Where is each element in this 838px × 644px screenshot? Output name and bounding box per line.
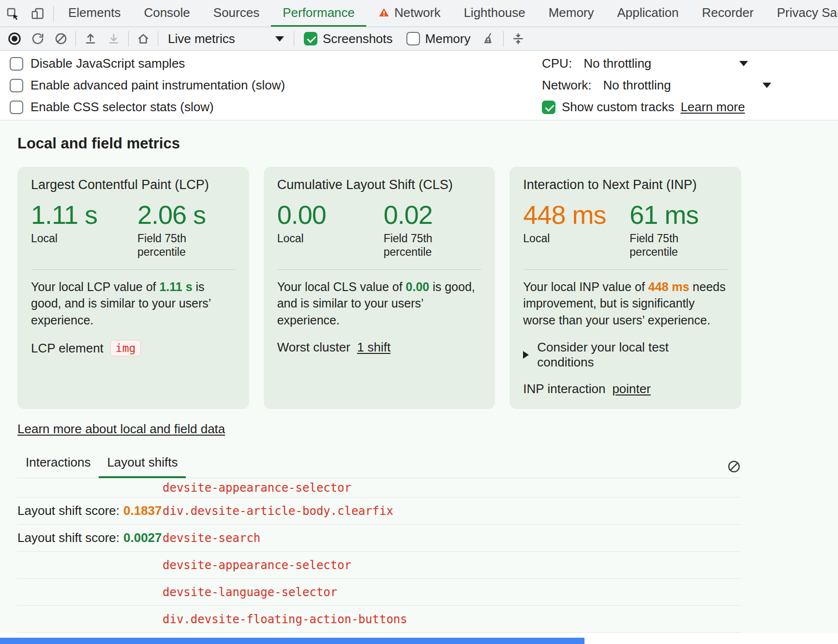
tab-sources[interactable]: Sources [202,0,271,27]
tab-console[interactable]: Console [132,0,201,27]
field-value: 2.06 s [137,201,210,229]
tab-elements[interactable]: Elements [57,0,132,27]
field-value-block: 61 ms Field 75th percentile [629,201,702,259]
triangle-right-icon [523,351,529,359]
record-and-reload-button[interactable] [26,29,49,49]
divider [31,269,236,270]
clear-button[interactable] [49,29,73,49]
desc-text: Your local INP value of [523,280,648,293]
learn-more-local-field-link[interactable]: Learn more about local and field data [17,422,225,437]
checkbox-checked-icon[interactable] [542,101,555,114]
node-link[interactable]: devsite-appearance-selector [163,481,351,495]
collect-garbage-button[interactable] [477,29,500,49]
tab-application[interactable]: Application [606,0,690,27]
chevron-down-icon [763,83,771,88]
layout-shift-row: div.devsite-floating-action-buttons [17,606,741,633]
desc-value: 1.11 s [159,280,192,293]
local-value-block: 1.11 s Local [31,201,137,259]
local-value: 448 ms [523,201,629,229]
setting-label: Enable advanced paint instrumentation (s… [30,78,285,93]
toggle-device-toolbar-button[interactable] [25,0,50,27]
checkbox-unchecked-icon[interactable] [10,101,23,114]
chevron-down-icon [275,36,284,42]
tab-recorder[interactable]: Recorder [690,0,765,27]
tab-network[interactable]: Network [366,0,452,27]
card-description: Your local LCP value of 1.11 s is good, … [31,278,236,329]
tab-privacy-sandbox[interactable]: Privacy Sand [765,0,838,27]
node-link[interactable]: devsite-language-selector [163,585,337,599]
tab-label: Elements [68,5,120,20]
log-tab-bar: Interactions Layout shifts [17,449,741,478]
settings-checkboxes: Disable JavaScript samples Enable advanc… [0,53,542,118]
inp-interaction-link[interactable]: pointer [612,381,651,396]
record-button[interactable] [3,29,26,49]
tab-interactions[interactable]: Interactions [17,449,99,478]
tab-layout-shifts[interactable]: Layout shifts [99,449,186,478]
tab-memory[interactable]: Memory [537,0,606,27]
load-profile-button[interactable] [79,29,102,49]
field-value: 0.02 [384,201,456,229]
collapse-icon [511,32,525,45]
checkbox-unchecked-icon[interactable] [10,79,23,92]
screenshots-checkbox[interactable]: Screenshots [297,31,400,46]
field-label: Field 75th percentile [384,232,456,259]
local-test-conditions-disclosure[interactable]: Consider your local test conditions [523,340,728,370]
worst-cluster-link[interactable]: 1 shift [357,340,390,355]
inspect-icon [5,6,20,21]
collapse-button[interactable] [507,29,530,49]
tab-label: Memory [549,5,594,20]
divider [277,269,482,270]
local-value: 1.11 s [31,201,137,229]
node-link[interactable]: div.devsite-article-body.clearfix [163,504,393,518]
learn-more-link[interactable]: Learn more [681,100,745,115]
score-value: 0.0027 [123,530,162,545]
settings-strip: Disable JavaScript samples Enable advanc… [0,51,838,120]
field-label: Field 75th percentile [629,232,702,259]
save-profile-button[interactable] [102,29,125,49]
checkbox-unchecked-icon[interactable] [406,32,420,45]
score-cell: Layout shift score: 0.1837 [17,503,163,518]
local-value-block: 448 ms Local [523,201,629,259]
node-link[interactable]: devsite-search [163,531,260,545]
throttling-settings: CPU: No throttling Network: No throttlin… [542,53,838,118]
node-link[interactable]: div.devsite-floating-action-buttons [163,613,407,626]
divider [158,31,158,46]
history-dropdown[interactable]: Live metrics [161,31,291,46]
back-to-live-metrics-button[interactable] [132,29,155,49]
inspect-element-button[interactable] [0,0,25,27]
record-icon [7,31,22,46]
clear-log-button[interactable] [727,459,741,474]
reload-icon [31,32,45,45]
checkbox-checked-icon[interactable] [304,32,317,45]
setting-advanced-paint-instrumentation[interactable]: Enable advanced paint instrumentation (s… [0,74,542,96]
tab-lighthouse[interactable]: Lighthouse [452,0,537,27]
field-value-block: 2.06 s Field 75th percentile [137,201,210,259]
layout-shift-row: devsite-appearance-selector [17,552,741,579]
desc-value: 448 ms [648,280,689,293]
divider [503,31,504,46]
setting-css-selector-stats[interactable]: Enable CSS selector stats (slow) [0,96,542,118]
worst-cluster-row: Worst cluster 1 shift [277,340,482,355]
network-throttling-select[interactable]: Network: No throttling [542,74,838,96]
checkbox-unchecked-icon[interactable] [10,57,23,71]
live-metrics-panel: Local and field metrics Largest Contentf… [0,120,838,633]
home-icon [136,32,150,45]
desc-text: Your local LCP value of [31,280,159,293]
divider [53,6,54,21]
memory-checkbox[interactable]: Memory [400,31,478,46]
tab-performance[interactable]: Performance [271,0,366,27]
bottom-blue-bar [0,638,584,644]
layout-shift-row: devsite-language-selector [17,579,741,606]
warning-icon [378,7,390,18]
divider [128,31,129,46]
cpu-throttling-select[interactable]: CPU: No throttling [542,53,838,74]
cpu-label: CPU: [542,56,572,71]
lcp-element-node-link[interactable]: img [110,340,141,356]
screenshots-label: Screenshots [323,31,393,46]
setting-label: Enable CSS selector stats (slow) [30,100,214,115]
inp-interaction-row: INP interaction pointer [523,381,728,396]
node-link[interactable]: devsite-appearance-selector [163,558,351,572]
tab-label: Recorder [702,5,754,20]
setting-disable-js-samples[interactable]: Disable JavaScript samples [0,53,542,74]
footer-label: Worst cluster [277,340,350,355]
